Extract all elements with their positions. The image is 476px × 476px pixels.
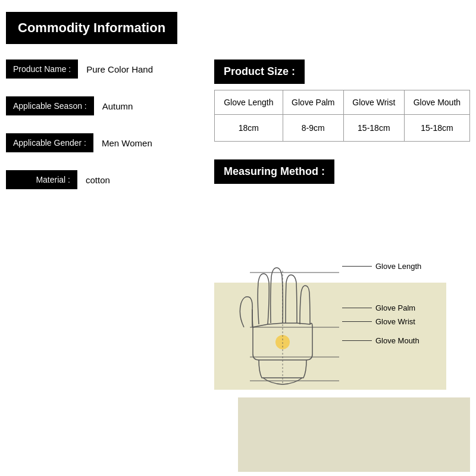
table-header-row: Glove Length Glove Palm Glove Wrist Glov… [215, 90, 470, 115]
line-glove-palm [342, 308, 372, 308]
measuring-method-section: Measuring Method : [214, 159, 470, 190]
commodity-title: Commodity Information [6, 12, 177, 44]
line-glove-mouth [342, 340, 372, 341]
measure-label-length: Glove Length Glove Palm Glove Wrist Glov… [342, 262, 421, 345]
table-data-row: 18cm 8-9cm 15-18cm 15-18cm [215, 115, 470, 142]
cell-length: 18cm [215, 115, 283, 142]
hand-diagram-area: Glove Length Glove Palm Glove Wrist Glov… [214, 247, 470, 396]
col-glove-mouth: Glove Mouth [404, 90, 469, 115]
product-size-title-block: Product Size : [214, 60, 470, 90]
label-glove-length: Glove Length [375, 262, 421, 271]
col-glove-palm: Glove Palm [283, 90, 343, 115]
gender-row: Applicable Gender : Men Women [6, 133, 190, 152]
hand-svg [226, 250, 339, 393]
cell-mouth: 15-18cm [404, 115, 469, 142]
cell-palm: 8-9cm [283, 115, 343, 142]
season-value: Autumn [102, 101, 133, 111]
col-glove-wrist: Glove Wrist [343, 90, 404, 115]
line-glove-length [342, 266, 372, 267]
cell-wrist: 15-18cm [343, 115, 404, 142]
product-size-title: Product Size : [214, 60, 305, 84]
product-name-label: Product Name : [6, 60, 78, 79]
gender-value: Men Women [102, 138, 152, 148]
right-column: Product Size : Glove Length Glove Palm G… [214, 60, 470, 190]
material-label: Material : [6, 170, 77, 189]
col-glove-length: Glove Length [215, 90, 283, 115]
season-row: Applicable Season : Autumn [6, 96, 190, 115]
size-table: Glove Length Glove Palm Glove Wrist Glov… [214, 90, 470, 142]
bottom-bg [238, 397, 470, 472]
line-glove-wrist [342, 321, 372, 322]
measuring-method-title: Measuring Method : [214, 159, 334, 184]
label-glove-wrist: Glove Wrist [375, 317, 415, 326]
gender-label: Applicable Gender : [6, 133, 93, 152]
product-name-value: Pure Color Hand [86, 64, 153, 74]
material-row: Material : cotton [6, 170, 190, 189]
season-label: Applicable Season : [6, 96, 94, 115]
label-glove-palm: Glove Palm [375, 303, 415, 312]
page: Commodity Information Product Name : Pur… [0, 0, 476, 476]
left-column: Product Name : Pure Color Hand Applicabl… [6, 60, 190, 207]
commodity-title-block: Commodity Information [0, 0, 476, 56]
material-value: cotton [86, 175, 110, 185]
label-glove-mouth: Glove Mouth [375, 336, 419, 345]
product-name-row: Product Name : Pure Color Hand [6, 60, 190, 79]
